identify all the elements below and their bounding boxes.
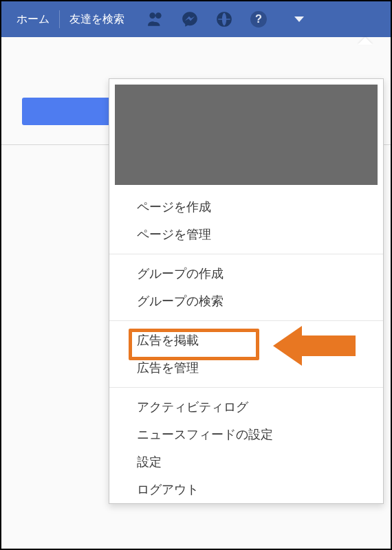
friend-requests-icon[interactable] xyxy=(146,10,164,28)
menu-create-group[interactable]: グループの作成 xyxy=(109,260,383,287)
top-navbar: ホーム 友達を検索 ? xyxy=(1,1,391,37)
dropdown-preview-panel xyxy=(115,85,378,185)
account-menu-toggle[interactable] xyxy=(284,1,314,37)
menu-create-ad[interactable]: 広告を掲載 xyxy=(109,327,383,354)
menu-find-groups[interactable]: グループの検索 xyxy=(109,287,383,315)
menu-settings[interactable]: 設定 xyxy=(109,448,383,476)
menu-create-page[interactable]: ページを作成 xyxy=(109,193,383,221)
menu-activity-log[interactable]: アクティビティログ xyxy=(109,393,383,421)
dropdown-pointer xyxy=(358,37,373,45)
menu-manage-ads[interactable]: 広告を管理 xyxy=(109,354,383,382)
menu-separator xyxy=(109,254,383,254)
chevron-down-icon xyxy=(294,16,304,22)
page-body: ページを作成 ページを管理 グループの作成 グループの検索 広告を掲載 広告を管… xyxy=(1,37,391,550)
account-dropdown: ページを作成 ページを管理 グループの作成 グループの検索 広告を掲載 広告を管… xyxy=(109,78,384,504)
nav-home[interactable]: ホーム xyxy=(7,1,59,37)
menu-separator xyxy=(109,320,383,321)
svg-text:?: ? xyxy=(255,12,262,25)
navbar-icon-group: ? xyxy=(146,1,314,37)
menu-logout[interactable]: ログアウト xyxy=(109,476,383,503)
menu-manage-pages[interactable]: ページを管理 xyxy=(109,221,383,248)
messenger-icon[interactable] xyxy=(181,10,199,28)
nav-find-friends[interactable]: 友達を検索 xyxy=(60,1,134,37)
menu-separator xyxy=(109,387,383,388)
help-icon[interactable]: ? xyxy=(250,10,268,28)
notifications-icon[interactable] xyxy=(215,10,233,28)
menu-newsfeed-prefs[interactable]: ニュースフィードの設定 xyxy=(109,421,383,448)
